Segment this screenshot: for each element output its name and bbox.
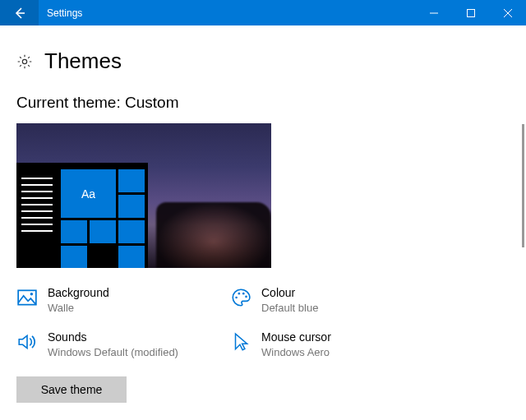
palette-icon bbox=[230, 287, 251, 308]
gear-icon bbox=[16, 53, 33, 70]
setting-cursor-value: Windows Aero bbox=[261, 346, 331, 358]
page-title: Themes bbox=[44, 48, 122, 74]
setting-colour-label: Colour bbox=[261, 286, 318, 300]
svg-point-1 bbox=[22, 59, 26, 63]
page-body: Themes Current theme: Custom Aa bbox=[0, 25, 526, 420]
caption-buttons bbox=[415, 0, 526, 25]
svg-rect-0 bbox=[467, 9, 474, 16]
setting-background-label: Background bbox=[48, 286, 109, 300]
speaker-icon bbox=[16, 331, 38, 353]
theme-settings-grid: Background Walle Colour Default blue Sou… bbox=[16, 286, 510, 358]
save-theme-button[interactable]: Save theme bbox=[16, 376, 127, 403]
setting-sounds-label: Sounds bbox=[48, 330, 178, 344]
close-icon bbox=[504, 9, 512, 17]
setting-sounds-value: Windows Default (modified) bbox=[48, 346, 178, 358]
page-header: Themes bbox=[16, 48, 510, 74]
minimize-button[interactable] bbox=[415, 0, 452, 25]
setting-colour[interactable]: Colour Default blue bbox=[230, 286, 436, 314]
svg-point-5 bbox=[238, 293, 241, 295]
svg-point-7 bbox=[245, 296, 247, 298]
back-button[interactable] bbox=[0, 0, 39, 25]
svg-point-6 bbox=[242, 293, 245, 295]
maximize-button[interactable] bbox=[452, 0, 489, 25]
svg-point-3 bbox=[30, 293, 33, 295]
preview-start-menu: Aa bbox=[16, 163, 148, 268]
maximize-icon bbox=[467, 9, 475, 17]
picture-icon bbox=[16, 287, 38, 308]
setting-background[interactable]: Background Walle bbox=[16, 286, 222, 314]
cursor-icon bbox=[230, 331, 251, 353]
theme-preview[interactable]: Aa bbox=[16, 123, 271, 268]
current-theme-label: Current theme: Custom bbox=[16, 94, 510, 112]
setting-colour-value: Default blue bbox=[261, 302, 318, 314]
minimize-icon bbox=[430, 9, 438, 17]
preview-tile-large: Aa bbox=[61, 169, 116, 218]
setting-sounds[interactable]: Sounds Windows Default (modified) bbox=[16, 330, 222, 358]
titlebar: Settings bbox=[0, 0, 526, 25]
svg-point-4 bbox=[235, 297, 238, 299]
back-arrow-icon bbox=[13, 7, 26, 20]
setting-background-value: Walle bbox=[48, 302, 109, 314]
window-title: Settings bbox=[39, 0, 415, 25]
preview-wallpaper-silhouette bbox=[156, 202, 271, 268]
preview-app-list bbox=[21, 178, 53, 232]
close-button[interactable] bbox=[489, 0, 526, 25]
setting-cursor[interactable]: Mouse cursor Windows Aero bbox=[230, 330, 436, 358]
preview-tiles: Aa bbox=[61, 169, 145, 268]
scrollbar-thumb[interactable] bbox=[522, 124, 524, 247]
setting-cursor-label: Mouse cursor bbox=[261, 330, 331, 344]
